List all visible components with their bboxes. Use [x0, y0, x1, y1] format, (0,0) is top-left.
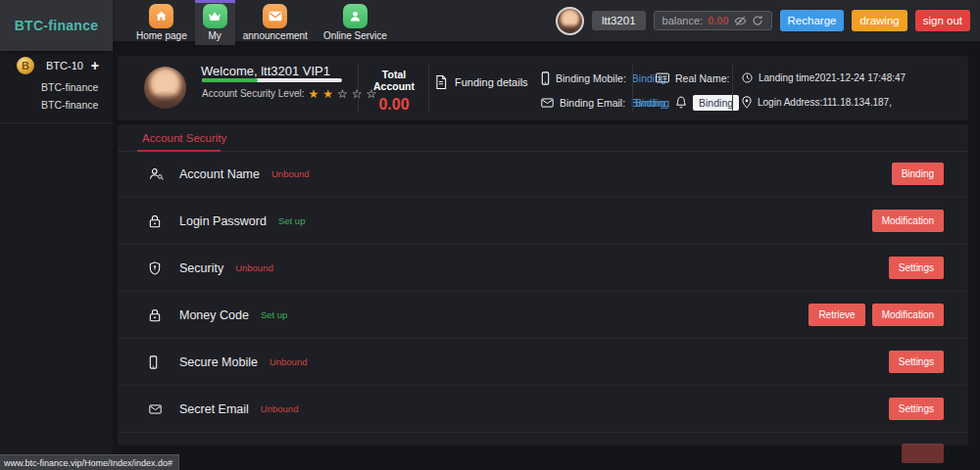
nav-label-announcement: announcement — [243, 30, 308, 41]
panel-divider — [358, 65, 359, 112]
modification-button[interactable]: Modification — [872, 304, 944, 326]
security-rows: Account Name Unbound Binding Login Passw… — [118, 151, 968, 433]
drawing-button[interactable]: drawing — [852, 10, 906, 31]
landing-time-text: Landing time2021-12-24 17:48:47 — [759, 72, 906, 83]
total-account-label: Total Account — [363, 69, 425, 92]
market-label: BTC-10 — [46, 60, 91, 71]
retrieve-button[interactable]: Retrieve — [808, 304, 864, 326]
nav-label-online-service: Online Service — [323, 30, 387, 41]
mobile-icon — [149, 355, 167, 369]
nav-item-announcement[interactable]: announcement — [235, 0, 316, 45]
welcome-panel: Welcome, ltt3201 VIP1 Account Security L… — [118, 56, 968, 120]
security-row-login-password: Login Password Set up Modification — [118, 198, 968, 245]
real-name-binding-link[interactable]: Binding — [635, 97, 669, 109]
row-status: Set up — [261, 309, 287, 320]
security-progress-bar — [202, 78, 342, 82]
lock-icon — [149, 308, 167, 322]
landing-time-row: Landing time2021-12-24 17:48:47 — [742, 70, 906, 86]
row-status: Unbound — [270, 356, 308, 367]
browser-status-bar: www.btc-finance.vip/Home/Index/index.do# — [0, 454, 179, 470]
security-progress-fill — [202, 78, 258, 82]
service-person-icon — [343, 4, 368, 28]
login-address-text: Login Address:111.18.134.187, — [758, 97, 892, 108]
status-url-text: www.btc-finance.vip/Home/Index/index.do# — [4, 458, 172, 468]
total-account-value: 0.00 — [363, 96, 425, 114]
shield-icon — [149, 261, 167, 275]
funding-details-link[interactable]: Funding details — [435, 75, 528, 89]
sidebar-divider — [0, 122, 113, 123]
sign-out-button[interactable]: sign out — [915, 10, 970, 31]
security-row-money-code: Money Code Set up Retrieve Modification — [118, 292, 968, 339]
row-label: Secure Mobile — [179, 355, 258, 369]
tab-account-security[interactable]: Account Security — [142, 132, 226, 144]
row-label: Account Name — [179, 167, 260, 181]
settings-button[interactable]: Settings — [889, 257, 944, 279]
star-icon: ☆ — [337, 89, 348, 99]
username-chip: ltt3201 — [592, 11, 646, 30]
settings-button[interactable]: Settings — [889, 398, 944, 420]
funding-details-label: Funding details — [455, 76, 528, 88]
binding-button[interactable]: Binding — [892, 163, 944, 185]
balance-chip: balance: 0.00 — [654, 11, 772, 30]
nav-item-my[interactable]: My — [195, 0, 235, 45]
envelope-icon — [263, 4, 287, 28]
star-icon: ★ — [322, 89, 333, 99]
security-row-account-name: Account Name Unbound Binding — [118, 151, 968, 198]
tab-bar: Account Security — [118, 124, 968, 152]
balance-label: balance: — [662, 15, 704, 26]
real-name-column: Real Name: Binding Binding — [635, 70, 739, 111]
account-security-card: Account Security Account Name Unbound Bi… — [118, 124, 968, 446]
sidebar-item-btc-finance-1[interactable]: BTC-finance — [0, 78, 113, 96]
real-name-actions-row: Binding Binding — [635, 94, 739, 111]
balance-value: 0.00 — [708, 15, 728, 26]
sidebar: B BTC-10 + BTC-finance BTC-finance — [0, 51, 113, 470]
row-status: Unbound — [235, 262, 273, 273]
refresh-icon[interactable] — [752, 15, 763, 26]
user-avatar-small[interactable] — [556, 7, 584, 35]
nav-label-home: Home page — [136, 30, 187, 41]
login-address-row: Login Address:111.18.134.187, — [742, 94, 906, 111]
eye-off-icon[interactable] — [734, 16, 747, 26]
sidebar-item-btc-finance-2[interactable]: BTC-finance — [0, 96, 113, 114]
binding-email-label: Binding Email: — [560, 97, 625, 109]
row-status: Unbound — [271, 168, 310, 179]
row-status: Unbound — [261, 403, 299, 414]
row-label: Login Password — [179, 214, 267, 228]
partially-visible-settings-button[interactable] — [902, 444, 944, 463]
panel-divider — [428, 65, 429, 112]
welcome-greeting: Welcome, ltt3201 VIP1 — [201, 64, 330, 78]
row-label: Secret Email — [179, 402, 249, 416]
lock-icon — [149, 214, 167, 228]
modification-button[interactable]: Modification — [872, 210, 944, 232]
id-card-icon — [656, 72, 669, 83]
user-key-icon — [149, 167, 167, 180]
envelope-icon — [541, 98, 554, 108]
bell-icon[interactable] — [675, 96, 687, 109]
user-toolbar: ltt3201 balance: 0.00 Recharge drawing s… — [556, 0, 970, 41]
logo-panel: BTC-finance — [0, 0, 113, 51]
row-label: Security — [179, 261, 223, 275]
sidebar-market-row[interactable]: B BTC-10 + — [0, 51, 113, 78]
location-pin-icon — [742, 96, 752, 109]
mobile-icon — [541, 71, 550, 85]
home-icon — [149, 4, 173, 28]
total-account-block: Total Account 0.00 — [363, 69, 425, 114]
panel-divider — [632, 65, 633, 112]
real-name-label: Real Name: — [675, 72, 729, 84]
clock-icon — [742, 72, 753, 83]
recharge-button[interactable]: Recharge — [780, 10, 845, 31]
btc-coin-icon: B — [17, 57, 34, 74]
settings-button[interactable]: Settings — [889, 351, 944, 373]
plus-icon[interactable]: + — [91, 58, 99, 73]
nav-item-online-service[interactable]: Online Service — [316, 0, 395, 45]
row-label: Money Code — [179, 308, 249, 322]
crown-icon — [203, 4, 227, 28]
login-info-column: Landing time2021-12-24 17:48:47 Login Ad… — [742, 70, 906, 111]
nav-item-home[interactable]: Home page — [128, 0, 195, 45]
document-icon — [435, 75, 447, 89]
top-header: Home page My announcement Online Service… — [0, 0, 980, 41]
star-icon: ★ — [309, 89, 319, 99]
row-status: Set up — [278, 215, 305, 226]
real-name-row: Real Name: — [635, 70, 739, 86]
panel-divider — [732, 65, 733, 112]
